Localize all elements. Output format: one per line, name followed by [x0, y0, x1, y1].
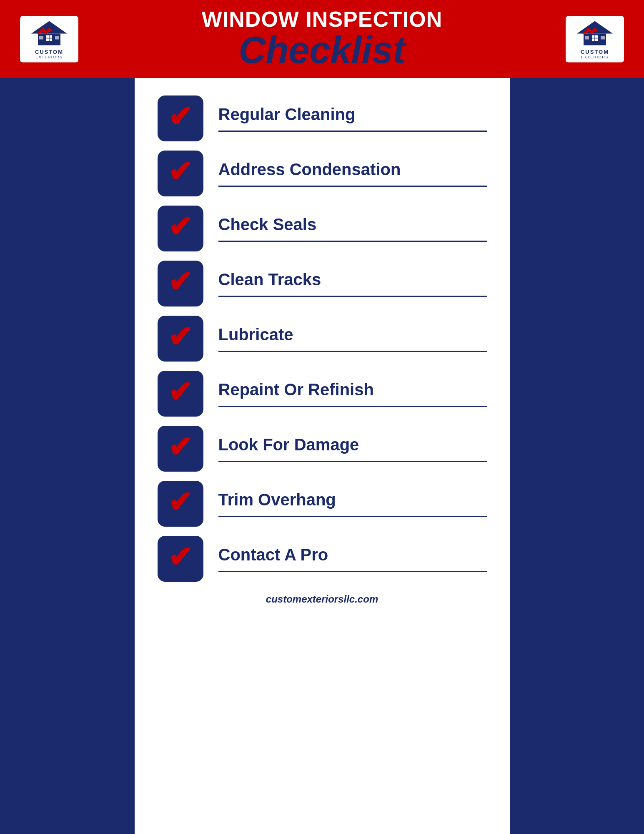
logo-brand-left: CUSTOM	[35, 48, 63, 55]
logo-brand-right: CUSTOM	[581, 48, 609, 55]
svg-rect-17	[601, 36, 605, 39]
header-title: Window Inspection Checklist	[202, 8, 442, 69]
checkbox-regular-cleaning[interactable]: ✔	[158, 95, 203, 141]
checkbox-check-seals[interactable]: ✔	[158, 206, 203, 251]
svg-rect-7	[39, 36, 43, 39]
item-label-repaint-or-refinish: Repaint Or Refinish	[218, 380, 487, 407]
left-sidebar	[0, 78, 135, 834]
checkmark-icon: ✔	[168, 322, 193, 352]
logo-left: CUSTOM EXTERIORS	[20, 16, 78, 62]
checklist-item-repaint-or-refinish: ✔ Repaint Or Refinish	[158, 362, 487, 417]
svg-rect-16	[585, 36, 589, 39]
item-label-lubricate: Lubricate	[218, 325, 487, 352]
checkbox-repaint-or-refinish[interactable]: ✔	[158, 371, 203, 417]
item-label-address-condensation: Address Condensation	[218, 160, 487, 187]
checklist-item-lubricate: ✔ Lubricate	[158, 306, 487, 362]
logo-sub-left: EXTERIORS	[35, 55, 63, 59]
item-label-regular-cleaning: Regular Cleaning	[218, 105, 487, 132]
item-label-check-seals: Check Seals	[218, 215, 487, 242]
checkbox-clean-tracks[interactable]: ✔	[158, 261, 203, 306]
checkbox-lubricate[interactable]: ✔	[158, 316, 203, 362]
main-content: ✔ Regular Cleaning ✔ Address Condensatio…	[135, 78, 510, 834]
header-title-main: Checklist	[202, 31, 442, 69]
checkmark-icon: ✔	[168, 543, 193, 572]
checklist-item-address-condensation: ✔ Address Condensation	[158, 141, 487, 196]
checkmark-icon: ✔	[168, 267, 193, 296]
checkmark-icon: ✔	[168, 212, 193, 241]
checklist-item-check-seals: ✔ Check Seals	[158, 196, 487, 251]
checkmark-icon: ✔	[168, 432, 193, 462]
item-label-trim-overhang: Trim Overhang	[218, 490, 487, 517]
checkbox-contact-a-pro[interactable]: ✔	[158, 536, 203, 582]
checklist-item-contact-a-pro: ✔ Contact A Pro	[158, 527, 487, 582]
header-title-top: Window Inspection	[202, 8, 442, 31]
checkmark-icon: ✔	[168, 157, 193, 186]
footer-url: customexteriorsllc.com	[158, 592, 487, 605]
item-label-clean-tracks: Clean Tracks	[218, 270, 487, 297]
item-label-contact-a-pro: Contact A Pro	[218, 545, 487, 572]
page-body: ✔ Regular Cleaning ✔ Address Condensatio…	[0, 78, 644, 834]
checkbox-look-for-damage[interactable]: ✔	[158, 426, 203, 472]
checkmark-icon: ✔	[168, 377, 193, 407]
checkmark-icon: ✔	[168, 102, 193, 131]
logo-sub-right: EXTERIORS	[581, 55, 609, 59]
checkbox-address-condensation[interactable]: ✔	[158, 151, 203, 196]
checkmark-icon: ✔	[168, 487, 193, 517]
logo-right: CUSTOM EXTERIORS	[566, 16, 624, 62]
item-label-look-for-damage: Look For Damage	[218, 435, 487, 462]
checkbox-trim-overhang[interactable]: ✔	[158, 481, 203, 527]
svg-rect-8	[55, 36, 59, 39]
checklist: ✔ Regular Cleaning ✔ Address Condensatio…	[158, 86, 487, 582]
checklist-item-regular-cleaning: ✔ Regular Cleaning	[158, 86, 487, 141]
checklist-item-look-for-damage: ✔ Look For Damage	[158, 417, 487, 472]
checklist-item-clean-tracks: ✔ Clean Tracks	[158, 251, 487, 306]
right-sidebar	[510, 78, 644, 834]
page-header: CUSTOM EXTERIORS Window Inspection Check…	[0, 0, 644, 78]
checklist-item-trim-overhang: ✔ Trim Overhang	[158, 472, 487, 527]
